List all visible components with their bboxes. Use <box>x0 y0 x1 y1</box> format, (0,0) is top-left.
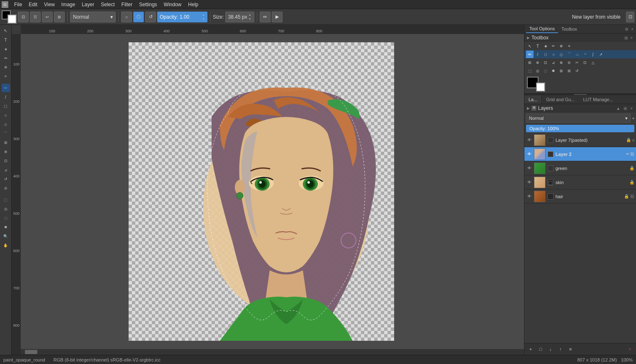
delete-layer-btn[interactable]: × <box>625 345 634 354</box>
layer2-visibility[interactable]: 👁 <box>526 151 533 158</box>
layer7-alpha-lock[interactable]: α <box>632 138 634 142</box>
tbx-sel-rect[interactable]: ⊞ <box>558 67 565 75</box>
tbx-sel-ellipse[interactable]: ◎ <box>534 67 541 75</box>
layer-menu-btn[interactable]: ≡ <box>566 345 575 354</box>
tbx-crop[interactable]: ⊡ <box>542 59 549 66</box>
tbx-cage[interactable]: △ <box>589 59 597 66</box>
color-swatches-panel[interactable] <box>527 77 545 92</box>
tool-free-select[interactable]: ◌ <box>2 214 10 222</box>
tool-align[interactable]: ⊡ <box>2 157 10 165</box>
menu-filter[interactable]: Filter <box>118 1 136 8</box>
tbx-text[interactable]: T <box>534 42 541 50</box>
menu-help[interactable]: Help <box>185 1 202 8</box>
layer-row-layer2[interactable]: 👁 Layer 2 ✏ ⛓ <box>524 147 636 161</box>
layer-mode-dropdown[interactable]: Normal ▾ <box>526 114 631 123</box>
menu-edit[interactable]: Edit <box>25 1 41 8</box>
tbx-freehand-sel[interactable]: ◇ <box>558 51 565 58</box>
tool-rotate[interactable]: ↺ <box>2 175 10 183</box>
menu-settings[interactable]: Settings <box>136 1 160 8</box>
tbx-sel-region[interactable]: ✱ <box>550 67 557 75</box>
tool-gedit[interactable]: ◈ <box>2 45 10 53</box>
tbx-flip2[interactable]: ⊡ <box>581 59 589 66</box>
flip-v-btn[interactable]: ▶ <box>272 12 283 22</box>
tbx-heal[interactable]: ⊗ <box>558 42 565 50</box>
tool-crop[interactable]: ⊿ <box>2 166 10 174</box>
layers-expand-btn[interactable]: ⊞ <box>623 106 628 111</box>
tool-pencil[interactable]: ✏ <box>2 84 10 92</box>
tbx-grow[interactable]: ⊞ <box>565 67 573 75</box>
tbx-bezier-sel[interactable]: ⌒ <box>565 51 573 58</box>
tool-scissors[interactable]: ✱ <box>2 223 10 231</box>
layer-row-layer7[interactable]: 👁 Layer 7(pasted) 🔒 α <box>524 133 636 147</box>
opacity-input[interactable] <box>180 14 200 20</box>
panel-bg-color[interactable] <box>536 83 545 92</box>
tbx-foreground-sel[interactable]: ⌓ <box>573 51 581 58</box>
tool-btn2[interactable]: ⬡ <box>133 12 144 22</box>
tbx-gedit[interactable]: ◈ <box>542 42 549 50</box>
layers-opacity-bar[interactable]: Opacity: 100% <box>526 125 634 132</box>
tbx-rotate2[interactable]: ⊿ <box>550 59 557 66</box>
image-canvas[interactable] <box>129 42 394 341</box>
grid-btn[interactable]: ⊞ <box>54 12 65 22</box>
menu-layer[interactable]: Layer <box>78 1 97 8</box>
layer7-lock[interactable]: 🔒 <box>626 138 631 142</box>
tbx-path[interactable]: ∫ <box>589 51 597 58</box>
panel-config-btn[interactable]: ⚙ <box>624 27 629 32</box>
layer-row-skin[interactable]: 👁 ⬚ skin 🔒 <box>524 175 636 189</box>
tab-toolbox[interactable]: Toolbox <box>558 25 580 33</box>
tool-pattern[interactable]: ≡ <box>2 72 10 80</box>
size-stepper[interactable]: ▲ ▼ <box>249 13 251 21</box>
tool-pointer[interactable]: ↖ <box>2 27 10 35</box>
layer-down-btn[interactable]: ↓ <box>546 345 555 354</box>
menu-file[interactable]: File <box>11 1 25 8</box>
tool-bezier[interactable]: ⌒ <box>2 129 10 138</box>
tool-btn1[interactable]: ○ <box>121 12 132 22</box>
paint-mode-btn[interactable]: ☵ <box>30 12 41 22</box>
tbx-iscissors[interactable]: ⌔ <box>581 51 589 58</box>
tool-move[interactable]: ⊕ <box>2 148 10 156</box>
layers-close-btn[interactable]: × <box>629 106 634 111</box>
menu-select[interactable]: Select <box>97 1 118 8</box>
size-group[interactable]: 38.45 px ▲ ▼ <box>225 12 254 22</box>
tbx-align[interactable]: ⊞ <box>526 59 534 66</box>
opacity-stepper[interactable]: ▲ ▼ <box>202 13 205 21</box>
tool-rect[interactable]: □ <box>2 102 10 110</box>
tbx-line[interactable]: / <box>534 51 541 58</box>
tool-btn3[interactable]: ↺ <box>145 12 156 22</box>
tool-zoom[interactable]: 🔍 <box>2 232 10 240</box>
opacity-up[interactable]: ▲ <box>202 13 205 17</box>
new-layer-footer-btn[interactable]: + <box>526 345 535 354</box>
tbx-pencil[interactable]: ✏ <box>526 51 534 58</box>
bg-color[interactable] <box>7 15 17 24</box>
skin-lock[interactable]: 🔒 <box>629 180 634 184</box>
new-layer-btn[interactable]: ⊡ <box>626 12 634 22</box>
layer7-visibility[interactable]: 👁 <box>526 137 533 143</box>
reset-colors-btn[interactable]: ⊡ <box>18 12 29 22</box>
hair-visibility[interactable]: 👁 <box>526 193 533 200</box>
tbx-move[interactable]: ⊕ <box>534 59 541 66</box>
tab-tool-options[interactable]: Tool Options <box>526 25 558 33</box>
tbx-persp[interactable]: ✂ <box>573 59 581 66</box>
tool-text[interactable]: T <box>2 36 10 44</box>
menu-view[interactable]: View <box>41 1 58 8</box>
tool-ink[interactable]: ⊗ <box>2 63 10 71</box>
tab-lut-manage[interactable]: LUT Manage... <box>579 95 618 104</box>
layer2-edit-icon[interactable]: ✏ <box>626 152 629 156</box>
canvas-viewport[interactable] <box>21 34 524 355</box>
tbx-scale2[interactable]: ⊗ <box>558 59 565 66</box>
tbx-brush[interactable]: ✏ <box>550 42 557 50</box>
h-scroll-thumb[interactable] <box>25 350 37 354</box>
horizontal-scrollbar[interactable] <box>21 349 524 355</box>
layer-up-btn[interactable]: ↑ <box>556 345 565 354</box>
panel-close-btn[interactable]: × <box>630 27 634 32</box>
new-layer-copy-btn[interactable]: □ <box>536 345 545 354</box>
tbx-measure[interactable]: ↗ <box>597 51 604 58</box>
tool-line[interactable]: / <box>2 93 10 101</box>
tool-select-ellipse[interactable]: ◎ <box>2 205 10 213</box>
opacity-group[interactable]: Opacity: ▲ ▼ <box>157 12 207 22</box>
hair-lock[interactable]: 🔒 <box>624 194 629 199</box>
tab-layers[interactable]: La... <box>524 95 542 104</box>
tool-fuzzy[interactable]: ⬚ <box>2 196 10 204</box>
tbx-pattern[interactable]: ≡ <box>565 42 573 50</box>
tbx-sel-free[interactable]: ◌ <box>542 67 549 75</box>
